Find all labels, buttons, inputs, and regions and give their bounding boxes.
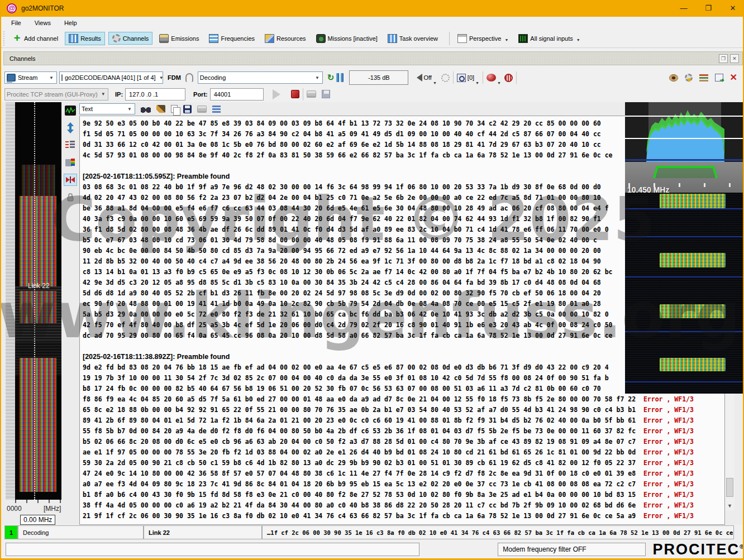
scrollbar-thumb[interactable] bbox=[726, 478, 733, 497]
hex-line: 47 24 e0 9c 14 10 80 00 00 42 36 58 8f 5… bbox=[83, 468, 724, 479]
perspective-button[interactable]: Perspective ▼ bbox=[454, 32, 512, 45]
chevron-down-icon: ▼ bbox=[158, 75, 165, 80]
filter-band-display[interactable]: 10.450 MHz bbox=[625, 162, 744, 193]
procitec-logo: PROCITEC® bbox=[652, 541, 744, 558]
device-combobox[interactable]: go2DECODE/DANA [401] [1 of 4] ▼ bbox=[59, 71, 163, 84]
frequencies-button[interactable]: Frequencies bbox=[206, 32, 258, 45]
save-output-icon[interactable] bbox=[183, 105, 192, 113]
chevron-down-icon[interactable]: ▼ bbox=[475, 81, 479, 86]
delete-channel-icon[interactable]: ✕ bbox=[730, 73, 737, 82]
frequencies-icon bbox=[209, 34, 218, 43]
float-panel-button[interactable]: ❐ bbox=[719, 54, 728, 63]
pause-icon[interactable] bbox=[336, 73, 344, 82]
export-channel-icon[interactable] bbox=[715, 74, 723, 82]
menu-help[interactable]: Help bbox=[59, 18, 83, 27]
save-icon[interactable] bbox=[322, 90, 330, 98]
play-button[interactable] bbox=[273, 89, 285, 99]
axis-ticks bbox=[15, 500, 62, 503]
view-toolbar-vertical bbox=[61, 102, 79, 525]
status-message-field bbox=[6, 543, 419, 556]
menu-views[interactable]: Views bbox=[29, 18, 56, 27]
restart-decoder-icon[interactable]: ↻ bbox=[327, 73, 335, 82]
print-output-icon[interactable] bbox=[197, 106, 207, 113]
hex-line: 65 8c e2 18 88 0b 00 00 b4 92 92 91 65 2… bbox=[83, 405, 724, 415]
speaker-icon[interactable] bbox=[413, 74, 422, 82]
toolbar-drag-handle[interactable] bbox=[3, 31, 7, 46]
chevron-down-icon[interactable]: ▼ bbox=[576, 38, 580, 43]
channel-controls-row2: Procitec TCP stream (GUI-Proxy) ▼ IP: 12… bbox=[4, 87, 743, 102]
hex-line: b1 8f a0 b6 c4 00 43 30 f0 9b 15 fd 8d 5… bbox=[83, 490, 724, 500]
stop-button[interactable] bbox=[291, 90, 299, 98]
output-mode-combobox[interactable]: Text ▼ bbox=[79, 103, 135, 114]
error-suffix: Error , WF1/3 bbox=[636, 501, 694, 509]
scroll-down-arrow[interactable]: ▼ bbox=[725, 501, 735, 511]
add-channel-button[interactable]: + Add channel bbox=[9, 32, 61, 45]
sonagram-button[interactable] bbox=[64, 156, 77, 169]
result-link-cell[interactable]: Link 22 bbox=[144, 525, 262, 539]
channels-button[interactable]: Channels bbox=[108, 32, 152, 45]
print-icon[interactable] bbox=[307, 90, 316, 98]
app-logo-icon: @ bbox=[7, 3, 17, 13]
menu-bar: File Views Help bbox=[1, 17, 744, 29]
clear-icon[interactable] bbox=[156, 105, 165, 113]
view-options-icon[interactable] bbox=[669, 74, 678, 82]
main-toolbar: + Add channel Results Channels Emissions… bbox=[1, 29, 744, 48]
hex-line: f8 86 f9 ea 4c 04 85 20 60 a5 d5 7f 5a 6… bbox=[83, 394, 724, 405]
spectrum-display[interactable] bbox=[625, 102, 744, 162]
menu-file[interactable]: File bbox=[6, 18, 27, 27]
results-button[interactable]: Results bbox=[65, 32, 105, 45]
close-button[interactable]: ✕ bbox=[721, 0, 744, 17]
zoom-window-icon[interactable] bbox=[457, 74, 466, 82]
signal-level-field[interactable]: -135 dB bbox=[349, 70, 408, 85]
channel-list-icon[interactable] bbox=[699, 74, 708, 82]
lock-button[interactable] bbox=[64, 191, 77, 203]
edit-settings-icon[interactable] bbox=[685, 74, 693, 82]
axis-unit-label: [MHz] bbox=[44, 505, 61, 513]
stream-type-combobox[interactable]: Stream ▼ bbox=[4, 71, 57, 84]
error-suffix: Error , WF1/3 bbox=[636, 417, 694, 424]
resources-button[interactable]: Resources bbox=[261, 32, 309, 45]
result-row[interactable]: 1 Decoding Link 22 …1f cf 2c 06 00 30 90… bbox=[4, 525, 734, 539]
task-overview-button[interactable]: Task overview bbox=[384, 32, 441, 45]
input-waterfall[interactable] bbox=[625, 193, 744, 394]
waterfall-link-label: Link 22 bbox=[28, 282, 50, 290]
result-decoder-cell[interactable]: Decoding bbox=[18, 525, 144, 539]
chevron-down-icon[interactable]: ▼ bbox=[433, 81, 437, 86]
zoom-count-label[interactable]: [0] bbox=[468, 74, 474, 81]
fit-vertical-button[interactable] bbox=[64, 122, 77, 134]
copy-icon[interactable] bbox=[171, 105, 178, 113]
signal-burst bbox=[660, 194, 726, 208]
missions-button[interactable]: Missions [inactive] bbox=[313, 32, 381, 45]
mode-combobox[interactable]: Decoding ▼ bbox=[198, 71, 323, 84]
port-label: Port: bbox=[193, 91, 208, 98]
markers-button[interactable] bbox=[64, 174, 77, 186]
chevron-down-icon[interactable]: ▼ bbox=[497, 81, 501, 86]
log-output-icon[interactable] bbox=[212, 106, 221, 113]
search-icon[interactable] bbox=[141, 106, 151, 113]
hex-line: 38 ff 4a 4d 05 00 00 00 c0 a6 19 a2 b2 2… bbox=[83, 500, 724, 511]
all-signal-inputs-button[interactable]: All signal inputs ▼ bbox=[515, 32, 583, 45]
audio-state-label[interactable]: Off bbox=[423, 74, 431, 81]
maximize-button[interactable]: ❐ bbox=[696, 0, 721, 17]
channel-controls-row1: Stream ▼ go2DECODE/DANA [401] [1 of 4] ▼… bbox=[4, 69, 743, 86]
squelch-icon[interactable] bbox=[441, 74, 450, 82]
signal-display-button[interactable] bbox=[64, 104, 77, 117]
channel-waterfall[interactable] bbox=[15, 102, 61, 500]
result-list-button[interactable] bbox=[64, 139, 77, 151]
ip-input[interactable]: 127.0 .0 .1 bbox=[125, 88, 185, 100]
center-frequency-box[interactable]: 0.00 MHz bbox=[20, 515, 55, 525]
title-bar: @ go2MONITOR — ❐ ✕ bbox=[1, 0, 744, 17]
channel-index-badge: 1 bbox=[4, 525, 18, 539]
record-button[interactable] bbox=[487, 74, 496, 82]
close-panel-button[interactable]: ✕ bbox=[730, 54, 739, 63]
port-input[interactable]: 44001 bbox=[210, 88, 264, 100]
error-suffix: Error , WF1/3 bbox=[636, 438, 694, 446]
chevron-down-icon: ▼ bbox=[48, 75, 55, 80]
stop-recording-icon[interactable] bbox=[504, 74, 513, 82]
emissions-button[interactable]: Emissions bbox=[156, 32, 202, 45]
minimize-button[interactable]: — bbox=[671, 0, 696, 17]
hex-line: a0 a7 ee f3 4d 04 09 80 9c 18 23 7c 41 9… bbox=[83, 479, 724, 490]
chevron-down-icon[interactable]: ▼ bbox=[504, 38, 508, 43]
result-preview-cell[interactable]: …1f cf 2c 06 00 30 90 35 1e 16 c3 8a f0 … bbox=[262, 525, 734, 539]
paperclip-icon[interactable] bbox=[185, 73, 193, 82]
